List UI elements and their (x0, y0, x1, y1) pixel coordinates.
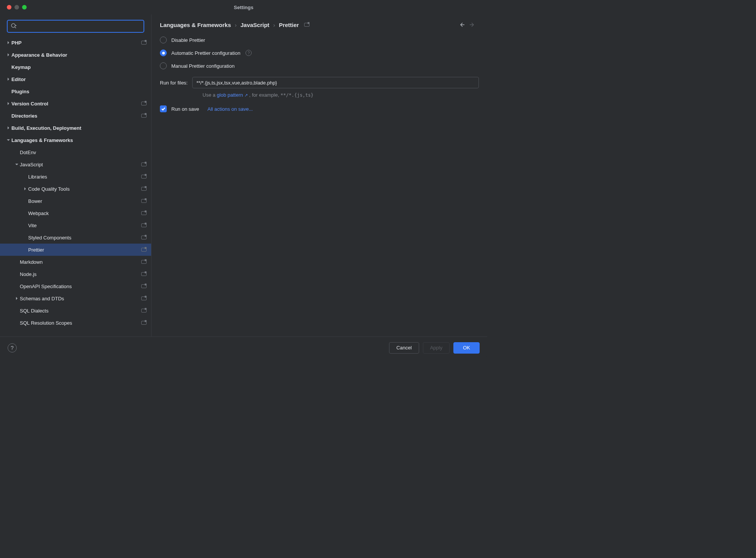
run-for-files-input[interactable] (192, 77, 479, 88)
radio-button[interactable] (160, 62, 167, 69)
tree-item-node-js[interactable]: Node.js (0, 268, 151, 280)
tree-item-libraries[interactable]: Libraries (0, 171, 151, 183)
tree-item-label: Vite (28, 223, 141, 228)
breadcrumb-row: Languages & Frameworks › JavaScript › Pr… (160, 21, 479, 28)
search-box[interactable] (7, 20, 144, 33)
tree-item-editor[interactable]: Editor (0, 73, 151, 85)
tree-item-label: SQL Resolution Scopes (20, 320, 141, 326)
project-scope-icon (141, 272, 147, 276)
settings-window: Settings PHPAppearance & BehaviorKeymapE… (0, 0, 487, 359)
project-scope-icon (141, 248, 147, 252)
tree-item-label: Build, Execution, Deployment (11, 125, 147, 131)
tree-item-label: Code Quality Tools (28, 186, 141, 192)
tree-item-vite[interactable]: Vite (0, 219, 151, 231)
help-button[interactable]: ? (8, 343, 17, 352)
project-scope-icon (141, 187, 147, 191)
tree-item-openapi-specifications[interactable]: OpenAPI Specifications (0, 280, 151, 292)
tree-item-directories[interactable]: Directories (0, 110, 151, 122)
radio-button[interactable] (160, 49, 167, 56)
tree-chevron-icon[interactable] (14, 163, 20, 166)
tree-item-label: PHP (11, 40, 141, 46)
nav-back-button[interactable] (458, 21, 465, 28)
tree-item-build-execution-deployment[interactable]: Build, Execution, Deployment (0, 122, 151, 134)
project-scope-icon (141, 211, 147, 215)
window-controls (0, 5, 27, 10)
titlebar: Settings (0, 0, 487, 14)
window-title: Settings (234, 5, 253, 10)
hint-mid: , for example, (248, 92, 281, 98)
search-input[interactable] (19, 24, 140, 29)
tree-item-label: Version Control (11, 101, 141, 107)
radio-manual-prettier[interactable]: Manual Prettier configuration (160, 62, 479, 69)
run-for-files-label: Run for files: (160, 80, 188, 86)
tree-item-sql-resolution-scopes[interactable]: SQL Resolution Scopes (0, 317, 151, 329)
tree-item-label: Schemas and DTDs (20, 296, 141, 301)
minimize-window-button[interactable] (14, 5, 19, 10)
tree-item-code-quality-tools[interactable]: Code Quality Tools (0, 183, 151, 195)
tree-item-styled-components[interactable]: Styled Components (0, 231, 151, 244)
project-scope-icon (141, 102, 147, 105)
project-scope-icon (141, 236, 147, 239)
glob-hint: Use a glob pattern ↗ , for example, **/*… (203, 92, 479, 98)
tree-item-appearance-behavior[interactable]: Appearance & Behavior (0, 49, 151, 61)
breadcrumb-separator: › (273, 22, 275, 28)
project-scope-icon (141, 114, 147, 118)
radio-button[interactable] (160, 37, 167, 43)
tree-chevron-icon[interactable] (22, 187, 28, 191)
tree-item-bower[interactable]: Bower (0, 195, 151, 207)
tree-item-label: Directories (11, 113, 141, 119)
radio-automatic-prettier[interactable]: Automatic Prettier configuration ? (160, 49, 479, 56)
tree-item-keymap[interactable]: Keymap (0, 61, 151, 73)
tree-item-schemas-and-dtds[interactable]: Schemas and DTDs (0, 292, 151, 305)
tree-item-javascript[interactable]: JavaScript (0, 158, 151, 171)
breadcrumb-separator: › (235, 22, 237, 28)
breadcrumb-item[interactable]: Languages & Frameworks (160, 22, 231, 28)
run-on-save-checkbox[interactable] (160, 105, 167, 112)
project-scope-icon (141, 321, 147, 325)
settings-tree[interactable]: PHPAppearance & BehaviorKeymapEditorPlug… (0, 37, 151, 336)
tree-item-dotenv[interactable]: DotEnv (0, 146, 151, 158)
tree-item-label: Styled Components (28, 235, 141, 241)
search-container (0, 14, 151, 37)
tree-chevron-icon[interactable] (14, 297, 20, 300)
tree-item-webpack[interactable]: Webpack (0, 207, 151, 219)
tree-chevron-icon[interactable] (5, 53, 11, 57)
cancel-button[interactable]: Cancel (389, 342, 419, 354)
all-actions-on-save-link[interactable]: All actions on save... (207, 106, 253, 112)
search-icon (11, 23, 17, 30)
settings-content: Languages & Frameworks › JavaScript › Pr… (152, 14, 487, 336)
tree-item-label: Prettier (28, 247, 141, 253)
tree-item-label: JavaScript (20, 162, 141, 167)
tree-item-sql-dialects[interactable]: SQL Dialects (0, 305, 151, 317)
close-window-button[interactable] (7, 5, 11, 10)
tree-item-version-control[interactable]: Version Control (0, 97, 151, 110)
maximize-window-button[interactable] (22, 5, 27, 10)
radio-disable-prettier[interactable]: Disable Prettier (160, 37, 479, 43)
project-scope-icon (141, 163, 147, 166)
tree-item-markdown[interactable]: Markdown (0, 256, 151, 268)
tree-chevron-icon[interactable] (5, 77, 11, 81)
breadcrumb-item[interactable]: JavaScript (241, 22, 270, 28)
tree-item-languages-frameworks[interactable]: Languages & Frameworks (0, 134, 151, 146)
tree-chevron-icon[interactable] (5, 138, 11, 142)
breadcrumb-item: Prettier (279, 22, 299, 28)
nav-forward-button (469, 21, 476, 28)
tree-item-label: DotEnv (20, 150, 147, 155)
tree-item-label: Bower (28, 198, 141, 204)
tree-chevron-icon[interactable] (5, 126, 11, 130)
tree-item-plugins[interactable]: Plugins (0, 85, 151, 97)
tree-chevron-icon[interactable] (5, 41, 11, 45)
help-icon[interactable]: ? (246, 50, 252, 56)
tree-item-label: SQL Dialects (20, 308, 141, 314)
project-scope-icon (141, 297, 147, 300)
external-link-icon: ↗ (244, 93, 248, 97)
ok-button[interactable]: OK (453, 342, 480, 354)
tree-item-prettier[interactable]: Prettier (0, 244, 151, 256)
radio-label: Manual Prettier configuration (171, 63, 234, 69)
tree-item-php[interactable]: PHP (0, 37, 151, 49)
tree-chevron-icon[interactable] (5, 102, 11, 105)
glob-pattern-link[interactable]: glob pattern (217, 92, 243, 98)
tree-item-label: Libraries (28, 174, 141, 180)
run-for-files-row: Run for files: (160, 77, 479, 88)
tree-item-label: Node.js (20, 271, 141, 277)
